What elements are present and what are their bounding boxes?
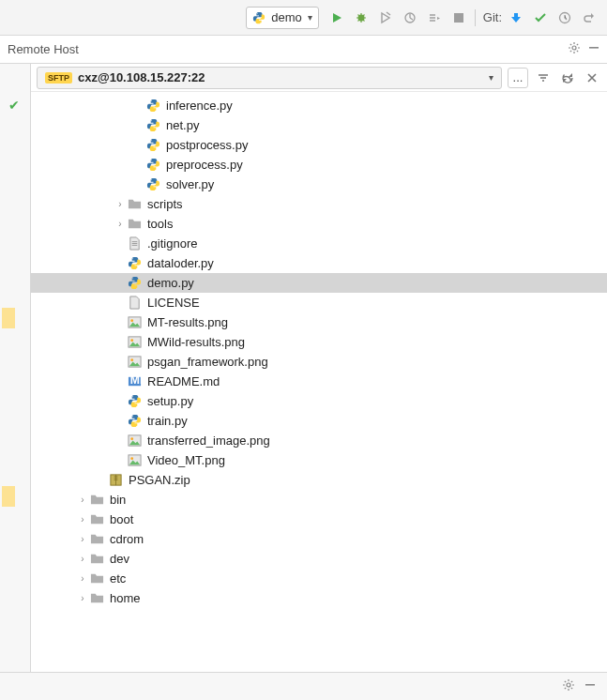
host-dropdown[interactable]: SFTP cxz@10.108.15.227:22 ▾ <box>37 67 502 89</box>
chevron-right-icon[interactable]: › <box>114 199 127 209</box>
folder-icon <box>127 217 142 232</box>
file-tree[interactable]: inference.pynet.pypostprocess.pypreproce… <box>31 92 607 672</box>
py-icon <box>145 138 160 153</box>
py-icon <box>127 394 142 409</box>
chevron-right-icon[interactable]: › <box>76 495 89 505</box>
py-icon <box>127 414 142 429</box>
img-icon <box>127 434 142 449</box>
filter-icon[interactable] <box>534 68 553 87</box>
run-config-combo[interactable]: demo ▾ <box>246 7 319 29</box>
chevron-down-icon: ▾ <box>489 72 493 83</box>
tree-item-label: inference.py <box>166 99 233 113</box>
tree-row[interactable]: ›cdrom <box>31 529 607 549</box>
git-revert-button[interactable] <box>579 7 599 29</box>
run-config-label: demo <box>271 10 302 24</box>
tree-item-label: etc <box>110 571 126 586</box>
tree-row[interactable]: net.py <box>31 115 607 135</box>
svg-point-11 <box>130 358 133 361</box>
svg-point-17 <box>130 457 133 460</box>
tree-row[interactable]: train.py <box>31 411 607 431</box>
tree-item-label: tools <box>147 217 173 231</box>
folder-icon <box>89 493 104 508</box>
file-icon <box>127 296 142 311</box>
git-history-button[interactable] <box>554 7 575 29</box>
tree-row[interactable]: ›dev <box>31 549 607 569</box>
tree-row[interactable]: ›scripts <box>31 194 607 214</box>
tree-row[interactable]: ›etc <box>31 569 607 588</box>
tree-row[interactable]: ›bin <box>31 490 607 510</box>
git-commit-button[interactable] <box>530 7 551 29</box>
tree-row[interactable]: MDREADME.md <box>31 372 607 391</box>
chevron-right-icon[interactable]: › <box>76 514 89 525</box>
py-icon <box>145 158 160 173</box>
chevron-right-icon[interactable]: › <box>76 534 89 544</box>
svg-point-15 <box>130 437 133 440</box>
tree-row[interactable]: PSGAN.zip <box>31 470 607 490</box>
py-icon <box>145 177 160 192</box>
tree-row[interactable]: ›boot <box>31 510 607 529</box>
gutter-mark <box>2 308 15 328</box>
tree-item-label: cdrom <box>110 532 144 546</box>
tree-item-label: MT-results.png <box>147 315 228 329</box>
top-toolbar: demo ▾ Git: <box>0 0 607 36</box>
concurrent-button[interactable] <box>424 7 445 29</box>
profile-button[interactable] <box>400 7 420 29</box>
py-icon <box>145 118 160 133</box>
tree-row[interactable]: MT-results.png <box>31 312 607 332</box>
svg-rect-20 <box>585 684 595 686</box>
tree-item-label: setup.py <box>147 394 193 408</box>
tree-row[interactable]: transferred_image.png <box>31 431 607 450</box>
debug-button[interactable] <box>351 7 372 29</box>
tree-row[interactable]: setup.py <box>31 391 607 411</box>
tree-row[interactable]: preprocess.py <box>31 155 607 175</box>
git-update-button[interactable] <box>506 7 526 29</box>
tree-item-label: .gitignore <box>147 236 197 251</box>
img-icon <box>127 453 142 468</box>
tree-row[interactable]: demo.py <box>31 273 607 293</box>
tree-row[interactable]: inference.py <box>31 96 607 115</box>
host-more-button[interactable]: ... <box>508 68 528 88</box>
tree-row[interactable]: LICENSE <box>31 293 607 312</box>
tree-item-label: train.py <box>147 414 188 428</box>
folder-icon <box>89 571 104 586</box>
coverage-button[interactable] <box>375 7 396 29</box>
gear-icon[interactable] <box>562 678 575 694</box>
tree-row[interactable]: solver.py <box>31 175 607 194</box>
tree-row[interactable]: ›tools <box>31 214 607 234</box>
refresh-icon[interactable] <box>558 68 577 87</box>
close-icon[interactable] <box>583 68 601 87</box>
chevron-right-icon[interactable]: › <box>76 593 89 603</box>
tree-row[interactable]: psgan_framework.png <box>31 352 607 372</box>
tree-item-label: Video_MT.png <box>147 453 225 467</box>
gear-icon[interactable] <box>568 41 581 57</box>
svg-point-19 <box>567 683 570 687</box>
folder-icon <box>89 552 104 567</box>
svg-rect-5 <box>589 47 599 49</box>
stop-button[interactable] <box>448 7 469 29</box>
tree-row[interactable]: .gitignore <box>31 234 607 253</box>
py-icon <box>127 256 142 271</box>
python-icon <box>252 11 266 24</box>
tree-row[interactable]: MWild-results.png <box>31 332 607 352</box>
md-icon: MD <box>127 374 142 389</box>
tree-item-label: preprocess.py <box>166 158 243 172</box>
run-button[interactable] <box>326 7 347 29</box>
tree-row[interactable]: Video_MT.png <box>31 450 607 470</box>
tree-item-label: dataloder.py <box>147 256 214 270</box>
git-label: Git: <box>483 10 502 24</box>
minimize-icon[interactable] <box>584 679 596 693</box>
folder-icon <box>89 532 104 547</box>
folder-icon <box>89 591 104 606</box>
svg-point-7 <box>130 319 133 322</box>
chevron-right-icon[interactable]: › <box>76 554 89 564</box>
tree-row[interactable]: postprocess.py <box>31 135 607 155</box>
minimize-icon[interactable] <box>588 42 599 56</box>
tree-item-label: boot <box>110 512 133 526</box>
svg-point-4 <box>572 46 576 50</box>
tree-row[interactable]: dataloder.py <box>31 253 607 273</box>
tree-item-label: net.py <box>166 118 199 132</box>
chevron-right-icon[interactable]: › <box>76 573 89 584</box>
folder-icon <box>127 197 142 212</box>
tree-row[interactable]: ›home <box>31 588 607 608</box>
chevron-right-icon[interactable]: › <box>114 219 127 229</box>
